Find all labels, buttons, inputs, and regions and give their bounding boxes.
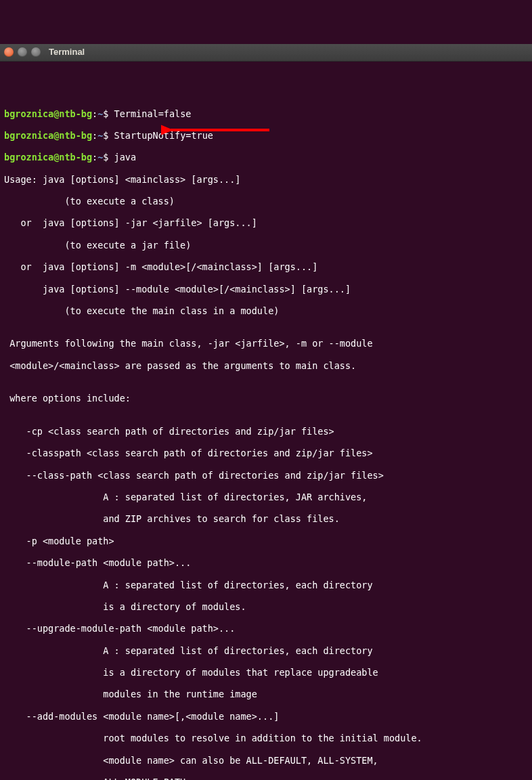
prompt-line: bgroznica@ntb-bg:~$ Terminal=false xyxy=(4,108,528,119)
output-line: Arguments following the main class, -jar… xyxy=(4,338,528,349)
maximize-icon[interactable] xyxy=(31,47,41,57)
command-text: java xyxy=(114,152,137,162)
output-line: (to execute a jar file) xyxy=(4,240,528,251)
output-line: modules in the runtime image xyxy=(4,689,528,699)
output-line: is a directory of modules that replace u… xyxy=(4,667,528,678)
output-line: --add-modules <module name>[,<module nam… xyxy=(4,711,528,722)
command-text: StartupNotify=true xyxy=(114,130,213,141)
output-line: -p <module path> xyxy=(4,536,528,546)
output-line: where options include: xyxy=(4,393,528,404)
output-line: root modules to resolve in addition to t… xyxy=(4,733,528,743)
prompt-user-host: bgroznica@ntb-bg xyxy=(4,130,92,141)
output-line: java [options] --module <module>[/<mainc… xyxy=(4,284,528,295)
output-line: A : separated list of directories, each … xyxy=(4,580,528,590)
output-line: (to execute a class) xyxy=(4,196,528,207)
output-line: <module name> can also be ALL-DEFAULT, A… xyxy=(4,755,528,766)
output-line: A : separated list of directories, JAR a… xyxy=(4,492,528,502)
terminal-viewport[interactable]: bgroznica@ntb-bg:~$ Terminal=false bgroz… xyxy=(0,83,532,780)
output-line: A : separated list of directories, each … xyxy=(4,645,528,656)
prompt-user-host: bgroznica@ntb-bg xyxy=(4,108,92,119)
close-icon[interactable] xyxy=(4,47,14,57)
output-line: is a directory of modules. xyxy=(4,601,528,612)
output-line: or java [options] -m <module>[/<mainclas… xyxy=(4,261,528,272)
command-text: Terminal=false xyxy=(114,108,192,119)
output-line: --upgrade-module-path <module path>... xyxy=(4,623,528,634)
prompt-line: bgroznica@ntb-bg:~$ java xyxy=(4,152,528,162)
prompt-line: bgroznica@ntb-bg:~$ StartupNotify=true xyxy=(4,130,528,141)
output-line: (to execute the main class in a module) xyxy=(4,305,528,316)
output-line: -classpath <class search path of directo… xyxy=(4,448,528,458)
output-line: Usage: java [options] <mainclass> [args.… xyxy=(4,174,528,185)
output-line: ALL-MODULE-PATH. xyxy=(4,777,528,780)
window-titlebar: Terminal xyxy=(0,44,532,62)
prompt-user-host: bgroznica@ntb-bg xyxy=(4,152,92,162)
window-title: Terminal xyxy=(49,47,85,58)
output-line: -cp <class search path of directories an… xyxy=(4,426,528,437)
output-line: --class-path <class search path of direc… xyxy=(4,470,528,481)
output-line: --module-path <module path>... xyxy=(4,557,528,568)
output-line: <module>/<mainclass> are passed as the a… xyxy=(4,360,528,371)
output-line: and ZIP archives to search for class fil… xyxy=(4,513,528,524)
output-line: or java [options] -jar <jarfile> [args..… xyxy=(4,217,528,228)
minimize-icon[interactable] xyxy=(18,47,27,57)
